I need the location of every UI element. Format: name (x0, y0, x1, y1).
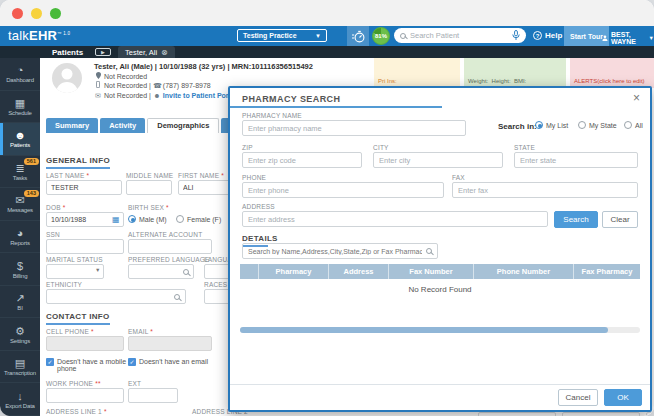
ok-button[interactable]: OK (604, 389, 642, 406)
search-in-my-state-radio[interactable]: My State (578, 121, 617, 129)
patient-location: Not Recorded (104, 73, 147, 80)
patient-search-box (394, 28, 526, 43)
fax-field[interactable] (452, 182, 638, 198)
races-label: RACES (204, 281, 227, 288)
sidebar-item-messages[interactable]: 143 ✉ Messages (0, 188, 40, 221)
sidebar-item-bi[interactable]: ↗ BI (0, 286, 40, 319)
search-icon[interactable] (426, 248, 432, 254)
sidebar-item-patients[interactable]: ☻ Patients (0, 123, 40, 156)
question-mark-icon: ? (533, 31, 542, 40)
phone-field[interactable] (242, 182, 444, 198)
sidebar-item-label: Transcription (4, 370, 36, 376)
pie-chart-icon: ◕ (17, 227, 24, 239)
pharmacy-name-field[interactable] (242, 120, 466, 136)
search-in-my-list-radio[interactable]: My List (535, 121, 568, 129)
birth-sex-female-radio[interactable]: Female (F) (176, 215, 221, 223)
zip-label: ZIP (242, 144, 253, 151)
pharmacy-name-label: PHARMACY NAME (242, 112, 302, 119)
invite-to-portal-link[interactable]: Invite to Patient Portal (163, 92, 237, 99)
trend-chart-icon: ↗ (15, 292, 24, 304)
tab-summary[interactable]: Summary (46, 118, 98, 133)
patient-avatar (52, 63, 82, 93)
address-field[interactable] (242, 211, 548, 227)
no-email-checkbox[interactable]: ✓Doesn't have an email (128, 358, 228, 366)
meaningful-use-progress[interactable]: 81% (372, 27, 390, 45)
chevron-down-icon: ▼ (315, 33, 321, 39)
insurance-panel: Pri Ins: Patient Balance: 0.00 Guar Info… (374, 58, 460, 88)
help-button[interactable]: ? Help (533, 31, 562, 40)
zip-field[interactable] (242, 152, 362, 168)
modal-title: PHARMACY SEARCH (242, 94, 340, 104)
app-logo: talkEHR™ 1.0 (8, 28, 70, 43)
people-icon: ☻ (14, 129, 26, 141)
sidebar-item-export-data[interactable]: ↓ Export Data (0, 383, 40, 416)
stopwatch-icon (351, 29, 366, 44)
close-window-button[interactable] (12, 8, 23, 19)
no-mobile-checkbox[interactable]: ✓Doesn't have a mobile phone (46, 358, 128, 372)
alternate-account-field[interactable] (128, 239, 212, 254)
patient-email: Not Recorded (104, 92, 147, 99)
city-field[interactable] (373, 152, 503, 168)
details-search-input[interactable] (248, 248, 422, 255)
play-button[interactable]: ▶ (95, 48, 111, 56)
patients-section-label: Patients (52, 48, 83, 57)
module-tab-bar: Patients ▶ Tester, Ali ⊗ (0, 46, 654, 58)
macos-titlebar (0, 0, 654, 26)
alerts-panel[interactable]: ALERTS(click here to edit) Perform smoke… (570, 58, 654, 88)
practice-selector[interactable]: Testing Practice ▼ (237, 29, 327, 42)
cancel-button[interactable]: Cancel (558, 389, 598, 406)
search-icon[interactable] (174, 294, 180, 300)
middle-name-field[interactable] (126, 180, 172, 195)
title-underline (230, 106, 442, 108)
dollar-icon: $ (17, 260, 23, 272)
radio-label: My List (546, 122, 568, 129)
address-line1-label: ADDRESS LINE 1 (46, 408, 107, 415)
birth-sex-male-radio[interactable]: Male (M) (128, 215, 167, 223)
alerts-edit-link[interactable]: ALERTS(click here to edit) (574, 77, 650, 85)
sidebar-item-dashboard[interactable]: ◔ Dashboard (0, 58, 40, 91)
sidebar-item-transcription[interactable]: ▤ Transcription (0, 351, 40, 384)
radio-icon (176, 215, 184, 223)
minimize-window-button[interactable] (31, 8, 42, 19)
scrollbar-thumb[interactable] (240, 327, 608, 333)
alternate-account-label: ALTERNATE ACCOUNT (128, 231, 202, 238)
close-icon[interactable]: × (633, 91, 640, 105)
search-icon[interactable] (183, 269, 189, 275)
user-icon (602, 34, 608, 42)
sidebar-item-reports[interactable]: ◕ Reports (0, 221, 40, 254)
chevron-down-icon: ▼ (649, 35, 654, 41)
fax-label: FAX (452, 174, 465, 181)
cell-phone-field (46, 336, 124, 351)
checkbox-label: Doesn't have a mobile phone (57, 358, 128, 372)
sidebar-item-label: Messages (7, 207, 33, 213)
first-name-label: FIRST NAME (178, 172, 224, 179)
ethnicity-field[interactable] (46, 289, 186, 304)
work-phone-field[interactable] (46, 388, 124, 403)
last-name-field[interactable] (46, 180, 122, 195)
close-tab-icon[interactable]: ⊗ (161, 48, 168, 57)
user-name: BEST, WAYNE (611, 31, 646, 45)
details-heading: DETAILS (242, 234, 278, 243)
tab-demographics[interactable]: Demographics (147, 118, 219, 133)
microphone-icon[interactable] (512, 30, 520, 41)
search-button[interactable]: Search (554, 211, 598, 228)
sidebar-item-settings[interactable]: ⚙ Settings (0, 318, 40, 351)
clear-button[interactable]: Clear (602, 211, 638, 228)
gauge-icon: ◔ (17, 64, 24, 76)
sidebar-item-schedule[interactable]: ▦ Schedule (0, 91, 40, 124)
ssn-field[interactable] (46, 239, 124, 254)
zoom-window-button[interactable] (50, 8, 61, 19)
sidebar-item-billing[interactable]: $ Billing (0, 253, 40, 286)
sidebar-item-tasks[interactable]: 561 ≣ Tasks (0, 156, 40, 189)
timer-button[interactable] (347, 26, 369, 46)
search-in-all-radio[interactable]: All (624, 121, 643, 129)
horizontal-scrollbar (240, 327, 640, 333)
search-input[interactable] (410, 31, 508, 40)
user-menu[interactable]: BEST, WAYNE ▼ (602, 31, 654, 45)
tab-activity[interactable]: Activity (100, 118, 145, 133)
patient-tab[interactable]: Tester, Ali ⊗ (118, 46, 175, 58)
help-label: Help (545, 31, 562, 40)
ext-field[interactable] (128, 388, 178, 403)
state-field[interactable] (514, 152, 638, 168)
calendar-icon[interactable]: ▦ (112, 215, 120, 224)
